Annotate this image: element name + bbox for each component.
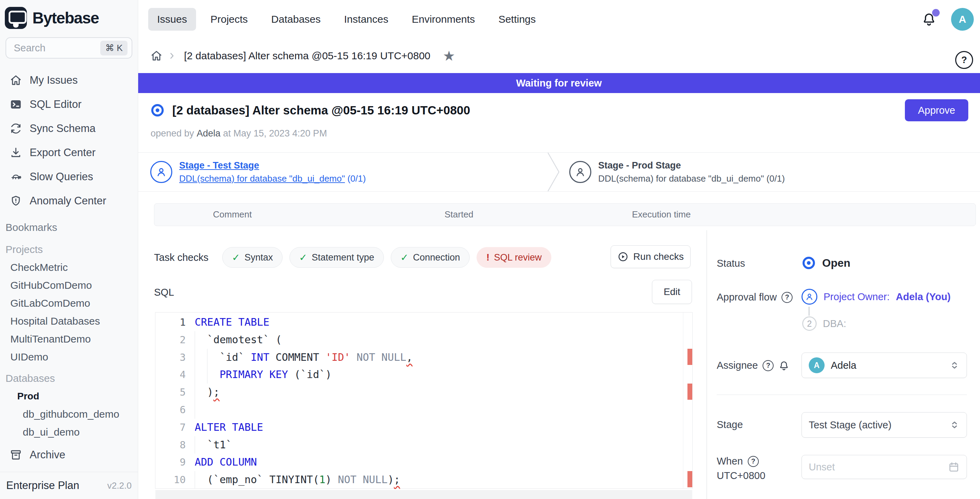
check-label: Connection — [413, 252, 460, 263]
stage-card-prod[interactable]: Stage - Prod Stage DDL(schema) for datab… — [569, 153, 785, 191]
code-token: ADD COLUMN — [195, 456, 257, 468]
stage-card-test[interactable]: Stage - Test Stage DDL(schema) for datab… — [150, 153, 366, 191]
help-circle-icon[interactable]: ? — [762, 360, 773, 371]
assignee-select[interactable]: A Adela — [802, 353, 967, 378]
sidebar-item-anomaly-center[interactable]: Anomaly Center — [0, 189, 138, 213]
error-marker — [687, 471, 692, 487]
sql-code-editor[interactable]: 1CREATE TABLE2 `demotest` (3 `id` INT CO… — [155, 312, 693, 489]
subscribe-bell-icon[interactable] — [778, 360, 789, 371]
code-line[interactable]: 7ALTER TABLE — [156, 419, 692, 436]
assignee-avatar: A — [809, 358, 824, 373]
stage-select[interactable]: Test Stage (active) — [802, 412, 967, 438]
check-connection[interactable]: ✓Connection — [391, 247, 470, 268]
sidebar-item-label: Export Center — [30, 146, 95, 159]
code-line[interactable]: 9ADD COLUMN — [156, 453, 692, 471]
sidebar-project-hospital-databases[interactable]: Hospital Databases — [0, 312, 138, 330]
code-text — [186, 401, 195, 419]
tab-projects[interactable]: Projects — [202, 8, 257, 31]
code-line[interactable]: 3 `id` INT COMMENT 'ID' NOT NULL, — [156, 349, 692, 366]
avatar[interactable]: A — [951, 8, 974, 31]
star-icon[interactable]: ★ — [443, 49, 455, 63]
check-sql-review[interactable]: !SQL review — [477, 247, 551, 268]
status-text: Open — [822, 257, 850, 270]
check-statement-type[interactable]: ✓Statement type — [290, 247, 384, 268]
help-circle-icon[interactable]: ? — [748, 456, 759, 467]
code-text: ADD COLUMN — [186, 453, 257, 471]
check-label: Syntax — [244, 252, 273, 263]
notifications-button[interactable] — [921, 12, 937, 27]
code-line[interactable]: 10 (`emp_no` TINYINT(1) NOT NULL); — [156, 471, 692, 489]
status-label: Status — [717, 258, 745, 269]
tab-databases[interactable]: Databases — [262, 8, 329, 31]
tab-settings[interactable]: Settings — [489, 8, 544, 31]
sidebar-item-sync-schema[interactable]: Sync Schema — [0, 116, 138, 141]
code-line[interactable]: 5 ); — [156, 383, 692, 401]
code-token: (`id`) — [288, 369, 331, 380]
sidebar-item-my-issues[interactable]: My Issues — [0, 68, 138, 92]
approval-flow-label: Approval flow ? — [717, 292, 792, 303]
stage-title[interactable]: Stage - Prod Stage — [598, 160, 785, 171]
sidebar-item-label: SQL Editor — [30, 98, 81, 111]
edit-sql-button[interactable]: Edit — [652, 280, 692, 304]
tab-instances[interactable]: Instances — [335, 8, 397, 31]
code-line[interactable]: 2 `demotest` ( — [156, 331, 692, 349]
line-number: 4 — [156, 366, 186, 383]
stage-task-link[interactable]: DDL(schema) for database "db_ui_demo" — [179, 173, 345, 184]
sidebar-db-db-githubcom-demo[interactable]: db_githubcom_demo — [0, 405, 138, 423]
error-marker — [687, 349, 692, 365]
review-banner: Waiting for review — [138, 73, 980, 93]
line-number: 10 — [156, 471, 186, 489]
tab-issues[interactable]: Issues — [148, 8, 196, 31]
run-checks-label: Run checks — [633, 251, 684, 262]
opened-by-line: opened by Adela at May 15, 2023 4:20 PM — [151, 128, 327, 139]
sidebar-item-label: My Issues — [30, 74, 78, 86]
sidebar-project-gitlabcomdemo[interactable]: GitLabComDemo — [0, 294, 138, 312]
chevron-updown-icon — [949, 420, 960, 430]
breadcrumb-page: [2 databases] Alter schema @05-15 16:19 … — [184, 50, 430, 62]
code-line[interactable]: 8 `t1` — [156, 436, 692, 454]
plan-footer[interactable]: Enterprise Plan v2.2.0 — [0, 472, 138, 499]
sidebar-project-githubcomdemo[interactable]: GitHubComDemo — [0, 277, 138, 294]
code-line[interactable]: 1CREATE TABLE — [156, 314, 692, 331]
column-header-started: Started — [444, 203, 474, 225]
editor-scrollbar-track[interactable] — [156, 490, 692, 499]
logo[interactable]: Bytebase — [0, 0, 138, 34]
check-syntax[interactable]: ✓Syntax — [222, 247, 283, 268]
sidebar-project-checkmetric[interactable]: CheckMetric — [0, 259, 138, 277]
help-button[interactable]: ? — [955, 51, 973, 69]
line-number: 1 — [156, 314, 186, 331]
approval-assignee[interactable]: Adela (You) — [896, 291, 951, 303]
stage-title[interactable]: Stage - Test Stage — [179, 160, 366, 171]
help-circle-icon[interactable]: ? — [781, 292, 792, 303]
sync-icon — [10, 122, 22, 135]
assignee-label: Assignee ? — [717, 360, 789, 371]
sidebar-item-slow-queries[interactable]: Slow Queries — [0, 165, 138, 189]
search-placeholder: Search — [14, 42, 46, 54]
section-divider — [717, 394, 967, 395]
overview-ruler[interactable] — [683, 313, 692, 488]
sidebar-databases-list: Proddb_githubcom_demodb_ui_demo — [0, 387, 138, 441]
bytebase-logo-icon — [5, 7, 27, 29]
sidebar-item-archive[interactable]: Archive — [0, 444, 138, 466]
when-datetime-input[interactable]: Unset — [802, 455, 967, 479]
sidebar-item-label: Archive — [30, 449, 65, 461]
run-checks-button[interactable]: Run checks — [611, 245, 690, 268]
tab-environments[interactable]: Environments — [403, 8, 484, 31]
sidebar-project-multitenantdemo[interactable]: MultiTenantDemo — [0, 330, 138, 348]
code-token: COMMENT — [269, 351, 326, 363]
sidebar-projects-list: CheckMetricGitHubComDemoGitLabComDemoHos… — [0, 259, 138, 366]
code-line[interactable]: 4 PRIMARY KEY (`id`) — [156, 366, 692, 383]
sidebar-item-sql-editor[interactable]: SQL Editor — [0, 92, 138, 116]
search-input[interactable]: Search ⌘ K — [5, 37, 132, 59]
notification-dot — [932, 9, 940, 16]
open-status-icon — [802, 256, 816, 270]
code-line[interactable]: 6 — [156, 401, 692, 419]
approval-step-2: 2 DBA: — [802, 316, 846, 331]
sidebar-db-db-ui-demo[interactable]: db_ui_demo — [0, 423, 138, 441]
home-icon[interactable] — [150, 49, 163, 62]
approve-button[interactable]: Approve — [905, 99, 968, 121]
sidebar-section-databases: Databases — [0, 369, 138, 387]
sidebar-item-export-center[interactable]: Export Center — [0, 141, 138, 165]
sidebar-item-bookmarks[interactable]: Bookmarks — [0, 218, 138, 237]
sidebar-project-uidemo[interactable]: UIDemo — [0, 348, 138, 366]
